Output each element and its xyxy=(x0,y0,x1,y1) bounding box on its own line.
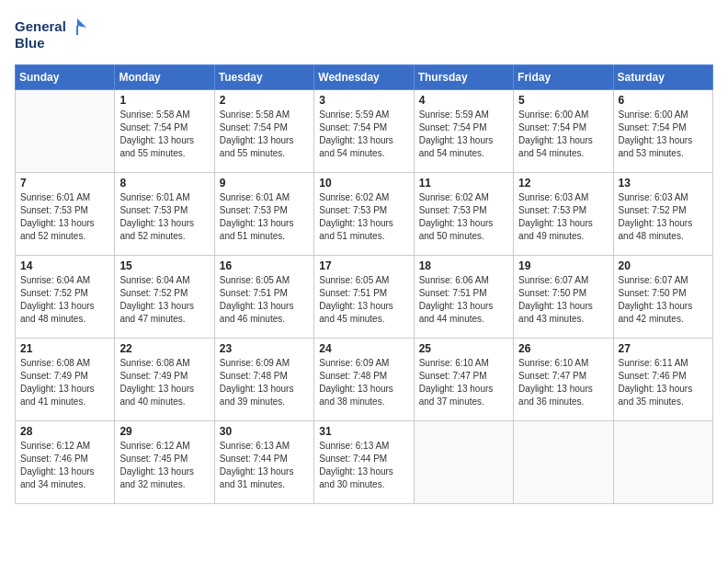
day-info: Sunrise: 6:01 AM Sunset: 7:53 PM Dayligh… xyxy=(20,191,109,243)
day-info: Sunrise: 6:07 AM Sunset: 7:50 PM Dayligh… xyxy=(619,274,708,326)
day-info: Sunrise: 6:00 AM Sunset: 7:54 PM Dayligh… xyxy=(518,109,608,160)
day-info: Sunrise: 5:59 AM Sunset: 7:54 PM Dayligh… xyxy=(419,109,508,160)
day-number: 11 xyxy=(419,177,508,190)
day-number: 17 xyxy=(319,259,408,272)
day-info: Sunrise: 6:07 AM Sunset: 7:50 PM Dayligh… xyxy=(518,274,608,326)
calendar-cell: 16Sunrise: 6:05 AM Sunset: 7:51 PM Dayli… xyxy=(214,256,313,339)
day-number: 6 xyxy=(619,94,708,107)
day-number: 22 xyxy=(119,342,209,355)
calendar-week-3: 14Sunrise: 6:04 AM Sunset: 7:52 PM Dayli… xyxy=(16,256,713,339)
day-number: 25 xyxy=(419,342,508,355)
day-number: 18 xyxy=(419,259,508,272)
header-friday: Friday xyxy=(514,65,613,90)
svg-text:Blue: Blue xyxy=(15,35,45,51)
svg-marker-2 xyxy=(77,18,86,28)
day-info: Sunrise: 5:59 AM Sunset: 7:54 PM Dayligh… xyxy=(319,109,408,160)
calendar-cell xyxy=(613,421,712,504)
calendar-cell: 8Sunrise: 6:01 AM Sunset: 7:53 PM Daylig… xyxy=(115,173,214,256)
day-number: 7 xyxy=(20,177,109,190)
calendar-cell: 7Sunrise: 6:01 AM Sunset: 7:53 PM Daylig… xyxy=(16,173,115,256)
header-tuesday: Tuesday xyxy=(214,65,313,90)
calendar-cell: 3Sunrise: 5:59 AM Sunset: 7:54 PM Daylig… xyxy=(314,90,414,173)
day-number: 2 xyxy=(220,94,309,107)
day-info: Sunrise: 6:04 AM Sunset: 7:52 PM Dayligh… xyxy=(119,274,209,326)
day-info: Sunrise: 6:09 AM Sunset: 7:48 PM Dayligh… xyxy=(319,357,408,408)
day-info: Sunrise: 6:02 AM Sunset: 7:53 PM Dayligh… xyxy=(319,191,408,243)
header-thursday: Thursday xyxy=(414,65,513,90)
day-number: 4 xyxy=(419,94,508,107)
calendar-cell: 10Sunrise: 6:02 AM Sunset: 7:53 PM Dayli… xyxy=(314,173,414,256)
calendar-cell: 11Sunrise: 6:02 AM Sunset: 7:53 PM Dayli… xyxy=(414,173,513,256)
day-number: 21 xyxy=(20,342,109,355)
day-info: Sunrise: 6:03 AM Sunset: 7:53 PM Dayligh… xyxy=(518,191,608,243)
day-info: Sunrise: 5:58 AM Sunset: 7:54 PM Dayligh… xyxy=(119,109,209,160)
header-wednesday: Wednesday xyxy=(314,65,414,90)
day-number: 1 xyxy=(119,94,209,107)
day-info: Sunrise: 6:02 AM Sunset: 7:53 PM Dayligh… xyxy=(419,191,508,243)
day-info: Sunrise: 6:05 AM Sunset: 7:51 PM Dayligh… xyxy=(220,274,309,326)
day-number: 30 xyxy=(220,425,309,438)
day-number: 15 xyxy=(119,259,209,272)
day-info: Sunrise: 6:05 AM Sunset: 7:51 PM Dayligh… xyxy=(319,274,408,326)
calendar-cell: 12Sunrise: 6:03 AM Sunset: 7:53 PM Dayli… xyxy=(514,173,613,256)
day-info: Sunrise: 6:11 AM Sunset: 7:46 PM Dayligh… xyxy=(619,357,708,408)
header-monday: Monday xyxy=(115,65,214,90)
calendar-cell: 4Sunrise: 5:59 AM Sunset: 7:54 PM Daylig… xyxy=(414,90,513,173)
day-number: 8 xyxy=(119,177,209,190)
day-number: 10 xyxy=(319,177,408,190)
day-number: 16 xyxy=(220,259,309,272)
day-number: 5 xyxy=(518,94,608,107)
calendar-week-5: 28Sunrise: 6:12 AM Sunset: 7:46 PM Dayli… xyxy=(16,421,713,504)
calendar-cell: 5Sunrise: 6:00 AM Sunset: 7:54 PM Daylig… xyxy=(514,90,613,173)
calendar-cell xyxy=(514,421,613,504)
day-number: 28 xyxy=(20,425,109,438)
day-number: 29 xyxy=(119,425,209,438)
calendar-cell: 1Sunrise: 5:58 AM Sunset: 7:54 PM Daylig… xyxy=(115,90,214,173)
calendar-cell xyxy=(414,421,513,504)
calendar-cell: 21Sunrise: 6:08 AM Sunset: 7:49 PM Dayli… xyxy=(16,339,115,421)
day-number: 27 xyxy=(619,342,708,355)
calendar-cell: 26Sunrise: 6:10 AM Sunset: 7:47 PM Dayli… xyxy=(514,339,613,421)
day-info: Sunrise: 6:10 AM Sunset: 7:47 PM Dayligh… xyxy=(419,357,508,408)
svg-text:General: General xyxy=(15,18,66,34)
calendar-cell: 29Sunrise: 6:12 AM Sunset: 7:45 PM Dayli… xyxy=(115,421,214,504)
day-info: Sunrise: 6:08 AM Sunset: 7:49 PM Dayligh… xyxy=(20,357,109,408)
day-info: Sunrise: 6:01 AM Sunset: 7:53 PM Dayligh… xyxy=(220,191,309,243)
calendar-week-1: 1Sunrise: 5:58 AM Sunset: 7:54 PM Daylig… xyxy=(16,90,713,173)
calendar-cell: 2Sunrise: 5:58 AM Sunset: 7:54 PM Daylig… xyxy=(214,90,313,173)
logo-svg: General Blue xyxy=(15,15,88,53)
calendar-cell: 6Sunrise: 6:00 AM Sunset: 7:54 PM Daylig… xyxy=(613,90,712,173)
calendar-cell: 25Sunrise: 6:10 AM Sunset: 7:47 PM Dayli… xyxy=(414,339,513,421)
calendar-cell: 23Sunrise: 6:09 AM Sunset: 7:48 PM Dayli… xyxy=(214,339,313,421)
day-info: Sunrise: 6:00 AM Sunset: 7:54 PM Dayligh… xyxy=(619,109,708,160)
logo: General Blue xyxy=(15,15,88,53)
day-info: Sunrise: 6:03 AM Sunset: 7:52 PM Dayligh… xyxy=(619,191,708,243)
day-number: 23 xyxy=(220,342,309,355)
day-info: Sunrise: 6:13 AM Sunset: 7:44 PM Dayligh… xyxy=(319,440,408,491)
calendar-header-row: SundayMondayTuesdayWednesdayThursdayFrid… xyxy=(16,65,713,90)
day-info: Sunrise: 6:04 AM Sunset: 7:52 PM Dayligh… xyxy=(20,274,109,326)
calendar-week-2: 7Sunrise: 6:01 AM Sunset: 7:53 PM Daylig… xyxy=(16,173,713,256)
calendar-cell: 28Sunrise: 6:12 AM Sunset: 7:46 PM Dayli… xyxy=(16,421,115,504)
page-header: General Blue xyxy=(15,15,713,53)
calendar-table: SundayMondayTuesdayWednesdayThursdayFrid… xyxy=(15,64,713,504)
day-number: 3 xyxy=(319,94,408,107)
day-info: Sunrise: 6:06 AM Sunset: 7:51 PM Dayligh… xyxy=(419,274,508,326)
day-number: 13 xyxy=(619,177,708,190)
calendar-cell: 18Sunrise: 6:06 AM Sunset: 7:51 PM Dayli… xyxy=(414,256,513,339)
header-sunday: Sunday xyxy=(16,65,115,90)
day-number: 12 xyxy=(518,177,608,190)
day-info: Sunrise: 6:12 AM Sunset: 7:45 PM Dayligh… xyxy=(119,440,209,491)
calendar-cell xyxy=(16,90,115,173)
day-number: 31 xyxy=(319,425,408,438)
calendar-cell: 27Sunrise: 6:11 AM Sunset: 7:46 PM Dayli… xyxy=(613,339,712,421)
day-number: 20 xyxy=(619,259,708,272)
day-info: Sunrise: 6:10 AM Sunset: 7:47 PM Dayligh… xyxy=(518,357,608,408)
calendar-week-4: 21Sunrise: 6:08 AM Sunset: 7:49 PM Dayli… xyxy=(16,339,713,421)
day-number: 9 xyxy=(220,177,309,190)
day-number: 19 xyxy=(518,259,608,272)
day-info: Sunrise: 6:12 AM Sunset: 7:46 PM Dayligh… xyxy=(20,440,109,491)
day-info: Sunrise: 6:08 AM Sunset: 7:49 PM Dayligh… xyxy=(119,357,209,408)
day-info: Sunrise: 6:09 AM Sunset: 7:48 PM Dayligh… xyxy=(220,357,309,408)
day-info: Sunrise: 6:01 AM Sunset: 7:53 PM Dayligh… xyxy=(119,191,209,243)
